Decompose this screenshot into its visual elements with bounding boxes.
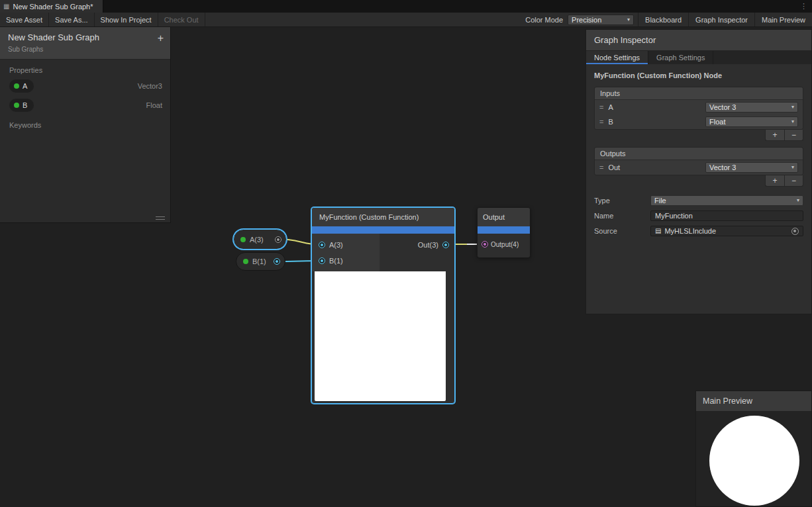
- port-icon[interactable]: [275, 236, 281, 243]
- main-preview-panel: Main Preview: [695, 391, 812, 507]
- input-port-row-output: Output(4): [478, 236, 530, 252]
- property-type: Vector3: [138, 82, 162, 90]
- graph-inspector-panel: Graph Inspector Node Settings Graph Sett…: [585, 29, 812, 314]
- port-icon[interactable]: [482, 241, 488, 248]
- chevron-down-icon: ▾: [627, 17, 630, 23]
- property-pill[interactable]: A: [9, 79, 34, 93]
- inputs-list-footer: + −: [586, 130, 803, 141]
- input-name: A: [608, 103, 701, 111]
- output-node[interactable]: Output Output(4): [477, 207, 531, 257]
- inputs-list-header: Inputs: [595, 87, 803, 100]
- precision-dropdown[interactable]: Precision ▾: [568, 15, 634, 25]
- drag-handle-icon[interactable]: =: [599, 163, 603, 171]
- blackboard-title: New Shader Sub Graph: [8, 32, 162, 42]
- chevron-down-icon: ▾: [791, 105, 794, 110]
- source-object-field[interactable]: ▤ MyHLSLInclude: [650, 226, 803, 236]
- node-accent-bar: [478, 226, 530, 234]
- port-label: B(1): [329, 257, 343, 265]
- output-name: Out: [608, 163, 701, 171]
- type-dropdown[interactable]: File ▾: [650, 195, 803, 206]
- tab-title: New Shader Sub Graph*: [13, 3, 93, 11]
- port-icon[interactable]: [319, 242, 325, 248]
- blackboard-property-row[interactable]: B Float: [0, 95, 170, 115]
- node-title[interactable]: MyFunction (Custom Function): [312, 208, 454, 226]
- name-input[interactable]: MyFunction: [650, 210, 803, 221]
- node-output-column: Out(3): [380, 234, 454, 271]
- inspector-tabs: Node Settings Graph Settings: [586, 51, 811, 64]
- node-preview: [315, 271, 446, 401]
- input-port-row-b: B(1): [312, 253, 380, 269]
- save-asset-button[interactable]: Save Asset: [0, 13, 49, 26]
- name-label: Name: [594, 212, 650, 220]
- toolbar: Save Asset Save As... Show In Project Ch…: [0, 13, 812, 27]
- source-value: MyHLSLInclude: [664, 227, 716, 235]
- chevron-down-icon: ▾: [791, 165, 794, 170]
- node-port-area: A(3) B(1) Out(3): [312, 234, 454, 271]
- port-label: Out(3): [418, 241, 438, 249]
- property-name: B: [23, 101, 27, 109]
- tab-graph-settings[interactable]: Graph Settings: [648, 51, 713, 64]
- graph-inspector-toggle-button[interactable]: Graph Inspector: [688, 13, 754, 26]
- remove-output-button[interactable]: −: [784, 175, 803, 187]
- drag-handle-icon[interactable]: =: [599, 118, 603, 126]
- input-row-a[interactable]: = A Vector 3 ▾: [595, 100, 803, 115]
- main-preview-body[interactable]: [696, 412, 811, 506]
- blackboard-toggle-button[interactable]: Blackboard: [638, 13, 688, 26]
- tab-new-shader-sub-graph[interactable]: ▦ New Shader Sub Graph*: [0, 0, 103, 13]
- custom-function-node[interactable]: MyFunction (Custom Function) A(3) B(1) O…: [311, 207, 455, 404]
- port-label: Output(4): [491, 241, 519, 248]
- show-in-project-button[interactable]: Show In Project: [95, 13, 158, 26]
- main-preview-title: Main Preview: [696, 391, 811, 412]
- property-node-b[interactable]: B(1): [236, 252, 285, 271]
- resize-handle[interactable]: [156, 216, 165, 220]
- outputs-list: Outputs = Out Vector 3 ▾: [594, 147, 803, 175]
- blackboard-subtitle: Sub Graphs: [8, 46, 162, 53]
- graph-asset-icon: ▦: [3, 3, 9, 10]
- preview-sphere: [709, 416, 799, 506]
- node-title[interactable]: Output: [478, 208, 530, 226]
- file-icon: ▤: [655, 228, 661, 234]
- property-pill[interactable]: B: [9, 99, 34, 112]
- remove-input-button[interactable]: −: [784, 130, 803, 141]
- node-settings-heading: MyFunction (Custom Function) Node: [586, 64, 811, 81]
- add-property-button[interactable]: +: [158, 33, 164, 44]
- precision-dropdown-wrap: Precision ▾: [568, 13, 634, 26]
- property-type: Float: [146, 101, 162, 109]
- object-picker-icon[interactable]: [791, 228, 799, 235]
- output-port-row-out: Out(3): [380, 237, 454, 253]
- input-type-dropdown[interactable]: Float ▾: [705, 116, 798, 127]
- input-type-dropdown[interactable]: Vector 3 ▾: [705, 102, 798, 113]
- blackboard-property-row[interactable]: A Vector3: [0, 76, 170, 95]
- color-mode-label: Color Mode: [521, 13, 568, 26]
- add-output-button[interactable]: +: [765, 175, 784, 187]
- property-color-dot: [14, 83, 19, 89]
- output-row-out[interactable]: = Out Vector 3 ▾: [595, 160, 803, 175]
- port-icon[interactable]: [319, 257, 325, 264]
- port-label: A(3): [329, 241, 343, 249]
- inputs-list: Inputs = A Vector 3 ▾ = B Float ▾: [594, 87, 803, 130]
- node-port-area: Output(4): [478, 234, 530, 257]
- check-out-button: Check Out: [158, 13, 205, 26]
- property-color-dot: [240, 237, 246, 242]
- output-type-dropdown[interactable]: Vector 3 ▾: [705, 162, 798, 173]
- type-field-row: Type File ▾: [594, 195, 803, 206]
- property-node-a[interactable]: A(3): [233, 229, 287, 250]
- graph-inspector-title: Graph Inspector: [586, 30, 811, 51]
- add-input-button[interactable]: +: [765, 130, 784, 141]
- output-type-value: Vector 3: [709, 163, 736, 171]
- source-label: Source: [594, 227, 650, 235]
- port-icon[interactable]: [442, 242, 449, 248]
- chevron-down-icon: ▾: [791, 119, 794, 124]
- type-value: File: [654, 197, 666, 205]
- property-color-dot: [243, 259, 248, 264]
- main-preview-toggle-button[interactable]: Main Preview: [754, 13, 812, 26]
- port-icon[interactable]: [274, 258, 280, 265]
- tab-node-settings[interactable]: Node Settings: [586, 51, 648, 64]
- drag-handle-icon[interactable]: =: [599, 103, 603, 111]
- window-menu-icon[interactable]: ⋮: [795, 0, 812, 13]
- keywords-section-label: Keywords: [0, 115, 170, 131]
- save-as-button[interactable]: Save As...: [49, 13, 95, 26]
- input-row-b[interactable]: = B Float ▾: [595, 115, 803, 129]
- node-accent-bar: [312, 226, 454, 234]
- node-input-column: A(3) B(1): [312, 234, 380, 271]
